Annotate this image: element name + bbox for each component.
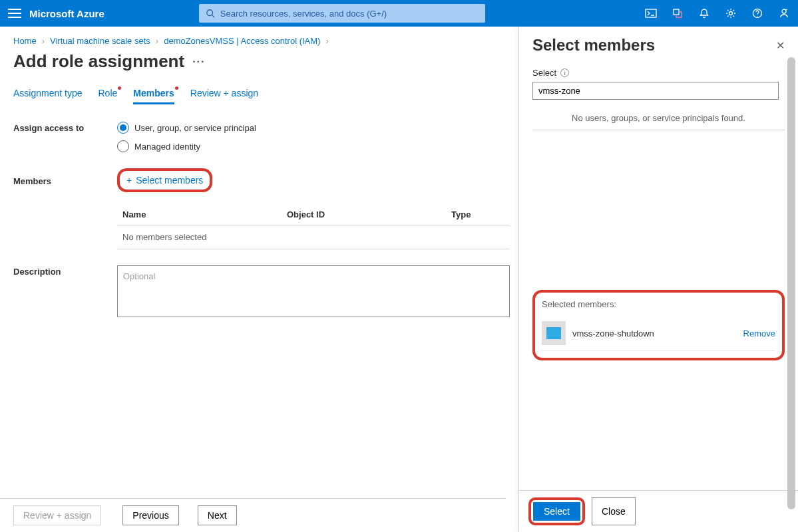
svg-point-0 <box>207 10 213 16</box>
breadcrumb-item[interactable]: Home <box>13 36 37 46</box>
radio-managed-identity[interactable]: Managed identity <box>117 140 256 152</box>
search-icon <box>206 9 215 18</box>
radio-label: Managed identity <box>134 142 200 152</box>
chevron-right-icon: › <box>325 36 328 46</box>
svg-rect-2 <box>646 9 656 17</box>
breadcrumb-item[interactable]: Virtual machine scale sets <box>50 36 150 46</box>
search-placeholder: Search resources, services, and docs (G+… <box>220 9 387 19</box>
members-label: Members <box>13 168 117 192</box>
select-field-label: Select <box>532 68 556 78</box>
select-input[interactable] <box>532 82 779 100</box>
description-label: Description <box>13 265 117 317</box>
review-assign-button: Review + assign <box>13 505 101 525</box>
tab-assignment-type[interactable]: Assignment type <box>13 88 83 104</box>
selected-members-section: Selected members: vmss-zone-shutdown Rem… <box>532 290 785 360</box>
members-table-head: Name Object ID Type <box>117 204 510 225</box>
members-table-empty: No members selected <box>117 225 510 249</box>
col-name: Name <box>122 209 287 219</box>
select-members-panel: Select members ✕ Select i No users, grou… <box>518 27 798 532</box>
brand-label[interactable]: Microsoft Azure <box>29 8 104 19</box>
tab-label: Role <box>99 88 118 98</box>
chevron-right-icon: › <box>156 36 158 46</box>
bell-icon[interactable] <box>698 7 710 19</box>
description-textarea[interactable] <box>117 265 510 317</box>
svg-point-6 <box>782 9 786 13</box>
tab-label: Members <box>133 88 174 98</box>
top-bar: Microsoft Azure Search resources, servic… <box>0 0 798 27</box>
member-name: vmss-zone-shutdown <box>572 329 737 338</box>
select-button-highlight: Select <box>528 497 585 525</box>
radio-icon <box>117 122 129 134</box>
next-button[interactable]: Next <box>198 505 237 525</box>
svg-point-4 <box>729 12 733 15</box>
panel-footer: Select Close <box>519 490 798 532</box>
col-type: Type <box>451 209 504 219</box>
selected-members-label: Selected members: <box>542 299 775 309</box>
topbar-icons <box>645 7 790 19</box>
svg-line-1 <box>212 15 214 18</box>
page-title-text: Add role assignment <box>13 51 184 72</box>
tab-role[interactable]: Role <box>99 88 118 104</box>
select-members-label: Select members <box>136 175 203 186</box>
breadcrumb-item[interactable]: demoZonesVMSS | Access control (IAM) <box>164 36 320 46</box>
search-box[interactable]: Search resources, services, and docs (G+… <box>199 4 485 23</box>
chevron-right-icon: › <box>42 36 45 46</box>
select-button[interactable]: Select <box>533 502 580 521</box>
col-object-id: Object ID <box>287 209 451 219</box>
close-icon[interactable]: ✕ <box>776 39 785 52</box>
bottom-bar: Review + assign Previous Next <box>0 498 506 532</box>
scrollbar[interactable] <box>787 57 797 499</box>
plus-icon: + <box>126 175 132 186</box>
avatar <box>542 321 566 345</box>
close-button[interactable]: Close <box>592 497 636 525</box>
remove-link[interactable]: Remove <box>743 329 775 338</box>
gear-icon[interactable] <box>725 7 737 19</box>
svg-rect-3 <box>674 9 679 15</box>
previous-button[interactable]: Previous <box>122 505 178 525</box>
panel-title: Select members <box>532 36 655 55</box>
cloud-shell-icon[interactable] <box>645 7 657 19</box>
no-results-text: No users, groups, or service principals … <box>532 113 785 130</box>
radio-icon <box>117 140 129 152</box>
more-icon[interactable]: ··· <box>192 56 205 68</box>
indicator-dot <box>118 86 121 90</box>
assign-access-label: Assign access to <box>13 122 117 152</box>
hamburger-icon[interactable] <box>8 9 21 18</box>
info-icon[interactable]: i <box>560 68 569 77</box>
indicator-dot <box>175 86 178 90</box>
feedback-icon[interactable] <box>778 7 790 19</box>
tab-members[interactable]: Members <box>133 88 174 104</box>
radio-label: User, group, or service principal <box>134 123 256 133</box>
tab-review-assign[interactable]: Review + assign <box>190 88 258 104</box>
select-members-button[interactable]: + Select members <box>117 168 212 192</box>
radio-user-group-sp[interactable]: User, group, or service principal <box>117 122 256 134</box>
help-icon[interactable] <box>751 7 763 19</box>
member-row: vmss-zone-shutdown Remove <box>542 316 775 351</box>
directory-icon[interactable] <box>672 7 684 19</box>
